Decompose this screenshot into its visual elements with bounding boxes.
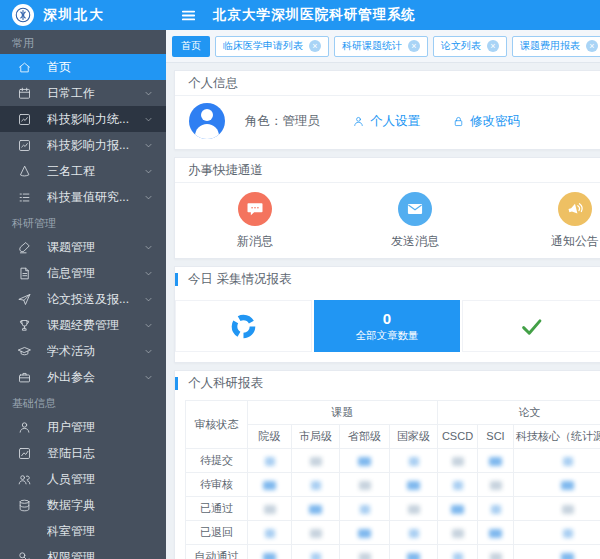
personal-link-label: 个人设置	[370, 113, 420, 130]
people-icon	[17, 472, 32, 487]
table-cell	[292, 545, 340, 559]
sidebar-item-label: 登陆日志	[47, 445, 154, 462]
sidebar-item-label: 课题经费管理	[47, 317, 143, 334]
trend-chart-icon	[17, 138, 32, 153]
card-title: 个人科研报表	[188, 376, 263, 390]
paper-plane-icon	[17, 292, 32, 307]
tab-2[interactable]: 科研课题统计×	[334, 36, 428, 57]
table-cell	[292, 497, 340, 521]
sidebar-item-2-1[interactable]: 登陆日志	[0, 440, 166, 466]
tab-close-icon[interactable]: ×	[309, 40, 321, 52]
table-cell	[438, 497, 478, 521]
sidebar-item-0-3[interactable]: 科技影响力报...	[0, 132, 166, 158]
menu-toggle-button[interactable]	[180, 7, 197, 24]
tab-bar: 首页临床医学申请列表×科研课题统计×论文列表×课题费用报表×用户列表×	[166, 30, 600, 63]
row-label: 待审核	[186, 473, 248, 497]
sidebar-item-label: 数据字典	[47, 497, 154, 514]
main-area: 首页临床医学申请列表×科研课题统计×论文列表×课题费用报表×用户列表× 个人信息…	[166, 30, 600, 559]
stat-box-total-articles[interactable]: 0 全部文章数量	[314, 300, 460, 352]
sidebar-item-1-2[interactable]: 论文投送及报...	[0, 286, 166, 312]
tab-label: 论文列表	[441, 39, 481, 53]
stat-box-loading[interactable]	[175, 300, 312, 352]
chevron-down-icon	[143, 140, 154, 151]
sidebar-item-label: 三名工程	[47, 163, 143, 180]
role-text: 角色：管理员	[245, 113, 320, 130]
personal-link-0[interactable]: 个人设置	[352, 113, 420, 130]
sidebar-item-2-3[interactable]: 数据字典	[0, 492, 166, 518]
quick-action-0[interactable]: 新消息	[175, 192, 335, 250]
table-cell	[248, 545, 292, 559]
tab-3[interactable]: 论文列表×	[433, 36, 507, 57]
tab-label: 首页	[181, 39, 201, 53]
chevron-down-icon	[143, 372, 154, 383]
tab-1[interactable]: 临床医学申请列表×	[215, 36, 329, 57]
sidebar-item-1-5[interactable]: 外出参会	[0, 364, 166, 390]
personal-link-1[interactable]: 修改密码	[452, 113, 520, 130]
lock-icon	[452, 115, 465, 128]
sidebar-item-label: 首页	[47, 59, 154, 76]
chevron-down-icon	[143, 192, 154, 203]
column-header: 院级	[248, 425, 292, 449]
sidebar-item-2-5[interactable]: 权限管理	[0, 544, 166, 559]
blurred-value	[489, 457, 502, 466]
table-cell	[292, 449, 340, 473]
list-icon	[17, 190, 32, 205]
table-cell	[514, 545, 600, 559]
sidebar-item-1-1[interactable]: 信息管理	[0, 260, 166, 286]
sidebar-item-label: 权限管理	[47, 549, 154, 559]
sidebar-item-1-3[interactable]: 课题经费管理	[0, 312, 166, 338]
sidebar-item-0-1[interactable]: 日常工作	[0, 80, 166, 106]
blurred-value	[309, 505, 322, 514]
avatar[interactable]	[189, 103, 225, 139]
tab-close-icon[interactable]: ×	[586, 40, 598, 52]
quick-action-1[interactable]: 发送消息	[335, 192, 495, 250]
sidebar-item-1-4[interactable]: 学术活动	[0, 338, 166, 364]
quick-action-2[interactable]: 通知公告	[495, 192, 600, 250]
blurred-value	[453, 481, 463, 490]
blurred-value	[409, 457, 419, 466]
logo-area[interactable]: 深圳北大	[0, 0, 166, 30]
sidebar-item-0-2[interactable]: 科技影响力统...	[0, 106, 166, 132]
tab-0[interactable]: 首页	[172, 36, 210, 57]
sidebar-item-1-0[interactable]: 课题管理	[0, 234, 166, 260]
sidebar-section-header: 常用	[0, 30, 166, 54]
report-table: 审核状态课题论文院级市局级省部级国家级CSCDSCI科技核心（统计源）期刊 待提…	[185, 400, 600, 559]
sidebar-item-0-0[interactable]: 首页	[0, 54, 166, 80]
table-row: 已退回	[186, 521, 600, 545]
tab-4[interactable]: 课题费用报表×	[512, 36, 600, 57]
sidebar-item-0-4[interactable]: 三名工程	[0, 158, 166, 184]
app-title: 北京大学深圳医院科研管理系统	[213, 6, 416, 24]
accent-bar	[175, 377, 178, 390]
column-header: CSCD	[438, 425, 478, 449]
sidebar-item-2-0[interactable]: 用户管理	[0, 414, 166, 440]
sidebar-item-0-5[interactable]: 科技量值研究...	[0, 184, 166, 210]
blurred-value	[451, 505, 464, 514]
quick-actions-card: 办事快捷通道 新消息发送消息通知公告	[174, 157, 600, 259]
stat-box-success[interactable]	[462, 300, 600, 352]
blurred-value	[360, 505, 370, 514]
user-icon	[352, 115, 365, 128]
sidebar-item-label: 课题管理	[47, 239, 143, 256]
sidebar-item-2-4[interactable]: 科室管理	[0, 518, 166, 544]
blurred-value	[489, 529, 502, 538]
check-icon	[518, 313, 545, 340]
blurred-value	[263, 481, 276, 490]
personal-links: 个人设置修改密码	[320, 113, 520, 130]
column-header-status: 审核状态	[186, 401, 248, 449]
table-cell	[514, 449, 600, 473]
blurred-value	[359, 553, 371, 559]
blurred-value	[310, 457, 322, 466]
tab-close-icon[interactable]: ×	[487, 40, 499, 52]
sidebar-item-label: 人员管理	[47, 471, 154, 488]
graduation-cap-icon	[17, 344, 32, 359]
quick-action-label: 通知公告	[495, 233, 600, 250]
card-title: 办事快捷通道	[175, 158, 600, 183]
tab-close-icon[interactable]: ×	[408, 40, 420, 52]
column-header: 科技核心（统计源）期刊	[514, 425, 600, 449]
personal-info-card: 个人信息 角色：管理员 个人设置修改密码	[174, 70, 600, 150]
blurred-value	[490, 481, 502, 490]
sidebar-item-2-2[interactable]: 人员管理	[0, 466, 166, 492]
blurred-value	[408, 505, 420, 514]
blurred-value	[358, 457, 371, 466]
row-label: 自动通过	[186, 545, 248, 559]
